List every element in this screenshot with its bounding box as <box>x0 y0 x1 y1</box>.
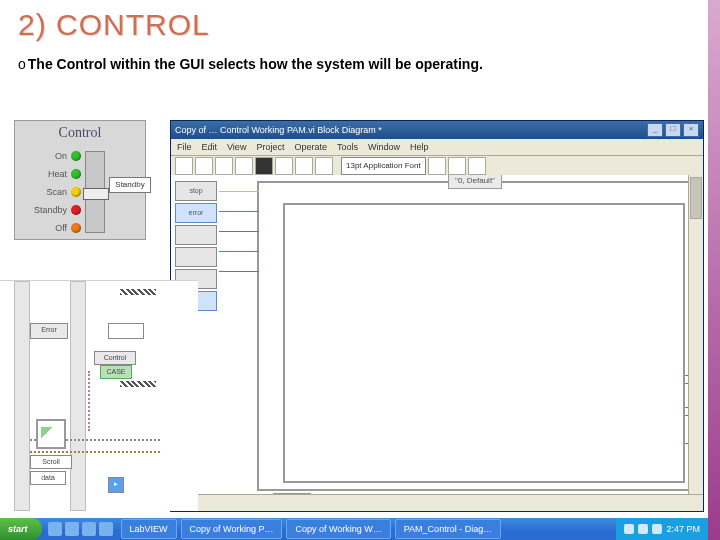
align-button[interactable] <box>428 157 446 175</box>
bullet-text: oThe Control within the GUI selects how … <box>18 56 483 72</box>
clock: 2:47 PM <box>666 524 700 534</box>
tray-icon[interactable] <box>624 524 634 534</box>
led-heat-icon <box>71 169 81 179</box>
window-titlebar[interactable]: Copy of … Control Working PAM.vi Block D… <box>171 121 703 139</box>
run-continuous-button[interactable] <box>195 157 213 175</box>
menu-operate[interactable]: Operate <box>294 142 327 152</box>
option-off: Off <box>15 223 71 233</box>
run-button[interactable] <box>175 157 193 175</box>
menu-tools[interactable]: Tools <box>337 142 358 152</box>
accent-stripe <box>708 0 720 540</box>
minimize-button[interactable]: _ <box>647 123 663 137</box>
structure-border <box>70 281 86 511</box>
quick-launch-icon[interactable] <box>48 522 62 536</box>
scrollbar-thumb[interactable] <box>690 177 702 219</box>
led-standby-icon <box>71 205 81 215</box>
case-structure-frame[interactable] <box>283 203 685 483</box>
step-out-button[interactable] <box>315 157 333 175</box>
wire <box>219 191 259 192</box>
quick-launch-icon[interactable] <box>82 522 96 536</box>
quick-launch[interactable] <box>48 522 113 536</box>
led-on-icon <box>71 151 81 161</box>
maximize-button[interactable]: □ <box>665 123 681 137</box>
control-label: Control <box>94 351 136 365</box>
led-off-icon <box>71 223 81 233</box>
vertical-scrollbar[interactable] <box>688 175 703 495</box>
menubar[interactable]: File Edit View Project Operate Tools Win… <box>171 139 703 156</box>
bullet-marker: o <box>18 56 26 72</box>
palette-node[interactable]: error <box>175 203 217 223</box>
taskbar-item[interactable]: Copy of Working P… <box>181 519 283 539</box>
terminal[interactable] <box>108 323 144 339</box>
tunnel-icon <box>120 381 156 387</box>
taskbar-item[interactable]: Copy of Working W… <box>286 519 390 539</box>
palette-node[interactable] <box>175 225 217 245</box>
option-scan: Scan <box>15 187 71 197</box>
palette-node[interactable]: stop <box>175 181 217 201</box>
wire <box>219 251 259 252</box>
case-button[interactable]: CASE <box>100 365 132 379</box>
wire <box>88 371 92 431</box>
data-label: data <box>30 471 66 485</box>
chart-icon[interactable] <box>36 419 66 449</box>
wire <box>219 231 259 232</box>
taskbar-item[interactable]: PAM_Control - Diag… <box>395 519 501 539</box>
window-statusbar <box>171 494 703 511</box>
loop-iteration-icon[interactable]: ▸ <box>108 477 124 493</box>
step-into-button[interactable] <box>275 157 293 175</box>
tunnel-icon <box>120 289 156 295</box>
menu-view[interactable]: View <box>227 142 246 152</box>
block-diagram-canvas[interactable]: stop error "0, Default" <box>171 175 703 495</box>
windows-taskbar[interactable]: start LabVIEW Copy of Working P… Copy of… <box>0 518 708 540</box>
control-panel-header: Control <box>15 125 145 141</box>
menu-file[interactable]: File <box>177 142 192 152</box>
font-combo[interactable]: 13pt Application Font <box>341 157 426 175</box>
quick-launch-icon[interactable] <box>99 522 113 536</box>
structure-border <box>14 281 30 511</box>
highlight-button[interactable] <box>255 157 273 175</box>
toolbar[interactable]: 13pt Application Font <box>171 156 703 177</box>
led-scan-icon <box>71 187 81 197</box>
palette-node[interactable] <box>175 247 217 267</box>
menu-help[interactable]: Help <box>410 142 429 152</box>
scroll-label: Scroll <box>30 455 72 469</box>
error-terminal[interactable]: Error <box>30 323 68 339</box>
case-selector[interactable]: "0, Default" <box>448 175 502 189</box>
slider-knob-icon[interactable] <box>83 188 109 200</box>
slide-title: 2) CONTROL <box>18 8 210 42</box>
option-heat: Heat <box>15 169 71 179</box>
menu-edit[interactable]: Edit <box>202 142 218 152</box>
tray-icon[interactable] <box>638 524 648 534</box>
bullet-content: The Control within the GUI selects how t… <box>28 56 483 72</box>
option-standby: Standby <box>15 205 71 215</box>
window-title: Copy of … Control Working PAM.vi Block D… <box>175 125 382 135</box>
start-button[interactable]: start <box>0 518 42 540</box>
system-tray[interactable]: 2:47 PM <box>616 518 708 540</box>
option-on: On <box>15 151 71 161</box>
wire <box>219 271 259 272</box>
taskbar-item[interactable]: LabVIEW <box>121 519 177 539</box>
mode-slider[interactable] <box>85 151 105 233</box>
labview-window: Copy of … Control Working PAM.vi Block D… <box>170 120 704 512</box>
close-button[interactable]: × <box>683 123 699 137</box>
wire <box>219 211 259 212</box>
tray-icon[interactable] <box>652 524 662 534</box>
diagram-fragment: Error Control CASE Scroll data ▸ <box>0 280 198 511</box>
selected-mode-display: Standby <box>109 177 151 193</box>
control-panel-thumbnail: Control On Heat Scan Standby Off Standby <box>14 120 146 240</box>
quick-launch-icon[interactable] <box>65 522 79 536</box>
step-over-button[interactable] <box>295 157 313 175</box>
abort-button[interactable] <box>215 157 233 175</box>
menu-window[interactable]: Window <box>368 142 400 152</box>
menu-project[interactable]: Project <box>256 142 284 152</box>
reorder-button[interactable] <box>468 157 486 175</box>
pause-button[interactable] <box>235 157 253 175</box>
distribute-button[interactable] <box>448 157 466 175</box>
